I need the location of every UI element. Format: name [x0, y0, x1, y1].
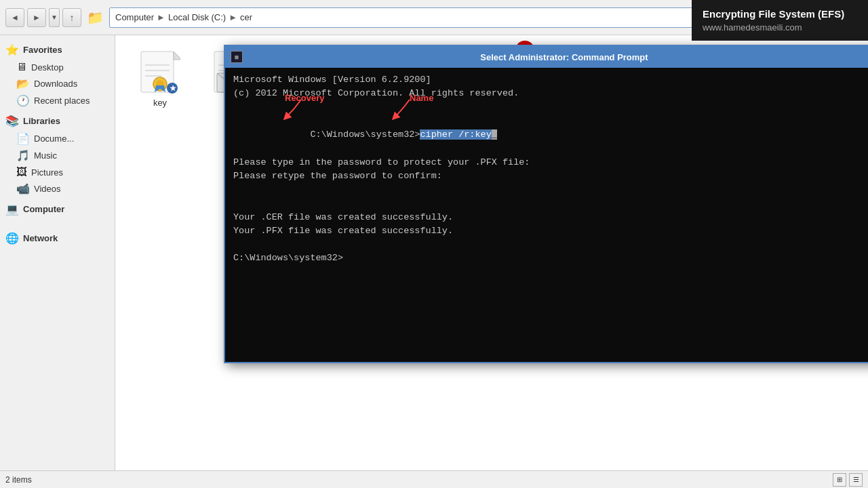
cmd-output-7	[233, 238, 868, 251]
sidebar-item-documents[interactable]: 📄 Docume...	[0, 130, 115, 147]
view-controls: ⊞ ☰	[833, 473, 863, 487]
cmd-output-6: Your .PFX file was created successfully.	[233, 224, 868, 238]
libraries-section: 📚 Libraries 📄 Docume... 🎵 Music 🖼 Pictur…	[0, 112, 115, 197]
cmd-output-8: C:\Windows\system32>	[233, 251, 868, 265]
cmd-window[interactable]: ■ Select Administrator: Command Prompt ─…	[224, 45, 868, 363]
address-part-1: Computer	[115, 12, 154, 22]
sidebar-item-favorites[interactable]: ⭐ Favorites	[0, 41, 115, 59]
up-button[interactable]: ↑	[62, 8, 81, 27]
back-button[interactable]: ◄	[5, 8, 24, 27]
file-item-cert[interactable]: ★ key	[126, 46, 194, 113]
libraries-icon: 📚	[5, 115, 19, 127]
cmd-body[interactable]: Microsoft Windows [Version 6.2.9200] (c)…	[225, 68, 868, 362]
cmd-line-2: (c) 2012 Microsoft Corporation. All righ…	[233, 87, 868, 100]
sidebar-item-computer[interactable]: 💻 Computer	[0, 200, 115, 218]
folder-icon: 📁	[87, 9, 104, 26]
nav-dropdown[interactable]: ▼	[49, 8, 60, 27]
computer-icon: 💻	[5, 203, 19, 216]
status-bar: 2 items ⊞ ☰	[0, 470, 868, 488]
sidebar-item-pictures[interactable]: 🖼 Pictures	[0, 164, 115, 180]
content-area: ⭐ Favorites 🖥 Desktop 📂 Downloads 🕐 Rece…	[0, 35, 868, 470]
cmd-prompt-text: C:\Windows\system32>	[310, 129, 420, 140]
music-icon: 🎵	[16, 149, 30, 162]
file-label-1: key	[153, 98, 167, 108]
svg-text:★: ★	[170, 84, 177, 92]
cmd-output-5: Your .CER file was created successfully.	[233, 211, 868, 224]
cmd-command-line: C:\Windows\system32>cipher /r:key_	[233, 115, 868, 156]
sidebar: ⭐ Favorites 🖥 Desktop 📂 Downloads 🕐 Rece…	[0, 35, 115, 470]
network-section: 🌐 Network	[0, 229, 115, 247]
address-part-3: cer	[240, 12, 252, 22]
videos-icon: 📹	[16, 182, 30, 195]
cmd-output-3	[233, 183, 868, 197]
tooltip-title: Encrypting File System (EFS)	[703, 8, 857, 20]
forward-button[interactable]: ►	[27, 8, 46, 27]
cert-file-icon: ★	[138, 52, 182, 95]
sidebar-item-music[interactable]: 🎵 Music	[0, 147, 115, 164]
desktop-icon: 🖥	[16, 61, 27, 73]
cmd-line-3	[233, 101, 868, 115]
main-window: ◄ ► ▼ ↑ 📁 Computer ► Local Disk (C:) ► c…	[0, 0, 868, 488]
address-part-2: Local Disk (C:)	[168, 12, 226, 22]
sidebar-item-recent[interactable]: 🕐 Recent places	[0, 92, 115, 109]
cmd-icon: ■	[231, 51, 243, 63]
cmd-titlebar: ■ Select Administrator: Command Prompt ─…	[225, 46, 868, 68]
favorites-section: ⭐ Favorites 🖥 Desktop 📂 Downloads 🕐 Rece…	[0, 41, 115, 109]
cmd-output-1: Please type in the password to protect y…	[233, 156, 868, 169]
tooltip-url: www.hamedesmaeili.com	[703, 22, 857, 33]
cmd-output-2: Please retype the password to confirm:	[233, 169, 868, 183]
network-icon: 🌐	[5, 232, 19, 245]
documents-icon: 📄	[16, 132, 30, 145]
cmd-command-container: Recovery Name	[233, 115, 868, 156]
large-icons-view[interactable]: ⊞	[833, 473, 846, 487]
tooltip-box: Encrypting File System (EFS) www.hamedes…	[692, 0, 868, 41]
cmd-title: Select Administrator: Command Prompt	[248, 52, 868, 62]
recent-icon: 🕐	[16, 94, 30, 107]
sidebar-item-downloads[interactable]: 📂 Downloads	[0, 75, 115, 92]
annotation-name: Name	[410, 93, 433, 103]
computer-section: 💻 Computer	[0, 200, 115, 218]
cmd-output-4	[233, 197, 868, 210]
svg-marker-1	[174, 52, 180, 60]
sidebar-item-libraries[interactable]: 📚 Libraries	[0, 112, 115, 130]
favorites-icon: ⭐	[5, 43, 19, 56]
cmd-command-text: cipher /r:key	[420, 129, 491, 140]
sidebar-item-videos[interactable]: 📹 Videos	[0, 180, 115, 197]
pictures-icon: 🖼	[16, 166, 27, 178]
annotation-recovery: Recovery	[285, 93, 325, 103]
item-count: 2 items	[5, 475, 32, 485]
downloads-icon: 📂	[16, 77, 30, 90]
sidebar-item-network[interactable]: 🌐 Network	[0, 229, 115, 247]
list-view[interactable]: ☰	[849, 473, 863, 487]
sidebar-item-desktop[interactable]: 🖥 Desktop	[0, 59, 115, 75]
file-area: ★ key	[115, 35, 868, 470]
cmd-line-1: Microsoft Windows [Version 6.2.9200]	[233, 73, 868, 87]
